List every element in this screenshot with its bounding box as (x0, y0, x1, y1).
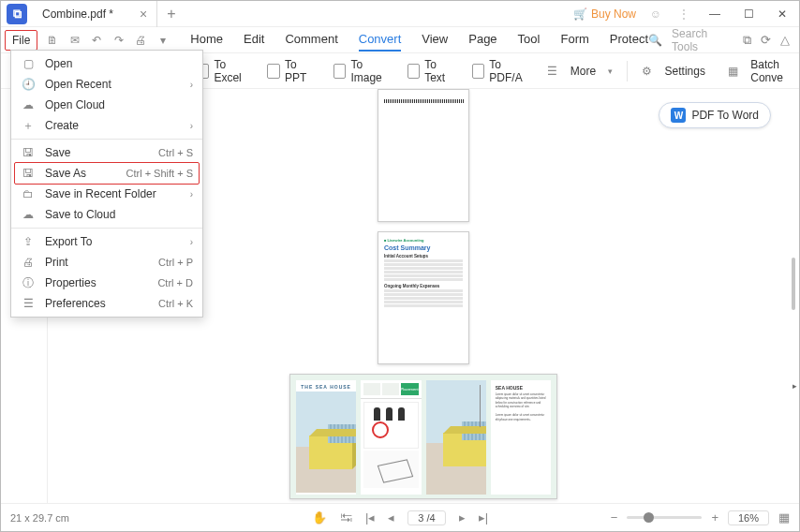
minimize-button[interactable]: — (704, 5, 726, 23)
open-icon: ▢ (21, 56, 36, 71)
collapse-ribbon-icon[interactable]: △ (780, 33, 790, 47)
thumb2-logo: ■ Livewire Accounting (384, 238, 463, 243)
print-icon: 🖨 (21, 255, 36, 270)
save-quick-icon[interactable]: 🗎 (41, 29, 64, 52)
add-tab-button[interactable]: + (157, 6, 185, 22)
first-page-icon[interactable]: |◂ (365, 510, 375, 525)
menu-print[interactable]: 🖨PrintCtrl + P (11, 252, 202, 273)
zoom-slider[interactable] (627, 516, 702, 519)
tab-edit[interactable]: Edit (244, 28, 264, 52)
tab-tool[interactable]: Tool (518, 28, 541, 52)
barcode-graphic (384, 99, 465, 103)
menu-export-to[interactable]: ⇪Export To› (11, 231, 202, 252)
undo-icon[interactable]: ↶ (85, 29, 108, 52)
tab-protect[interactable]: Protect (610, 28, 648, 52)
tab-page[interactable]: Page (468, 28, 496, 52)
menu-save-as[interactable]: 🖫Save AsCtrl + Shift + S (11, 163, 202, 184)
panel-sea-house: THE SEA HOUSE (296, 380, 356, 495)
panel-render (426, 380, 486, 495)
cart-icon: 🛒 (573, 7, 587, 21)
zoom-out-icon[interactable]: − (611, 510, 618, 525)
properties-icon: ⓘ (21, 275, 36, 290)
page-thumbnail-2[interactable]: ■ Livewire Accounting Cost Summary Initi… (378, 231, 469, 364)
tab-view[interactable]: View (422, 28, 448, 52)
tab-form[interactable]: Form (560, 28, 588, 52)
status-bar: 21 x 29.7 cm ✋ ⭾ |◂ ◂ 3 /4 ▸ ▸| − + 16% … (1, 503, 799, 531)
thumb2-section1: Initial Account Setups (384, 254, 463, 259)
prev-page-icon[interactable]: ◂ (388, 510, 394, 525)
page-thumbnail-1[interactable] (378, 89, 469, 222)
scrollbar-thumb[interactable] (792, 258, 795, 310)
cloud-sync-icon[interactable]: ⟳ (761, 33, 771, 47)
more-lines-icon: ☰ (547, 65, 557, 78)
menu-create[interactable]: ＋Create› (11, 115, 202, 136)
to-image-button[interactable]: To Image (329, 55, 393, 87)
menu-properties[interactable]: ⓘPropertiesCtrl + D (11, 273, 202, 293)
chevron-right-icon: › (190, 121, 193, 131)
chevron-down-icon: ▾ (608, 66, 613, 76)
more-button[interactable]: ☰ More ▾ (542, 62, 617, 81)
batch-icon: ▦ (728, 65, 738, 78)
settings-button[interactable]: ⚙ Settings (637, 62, 710, 81)
document-tab[interactable]: Combine.pdf * × (33, 1, 157, 27)
chevron-right-icon: › (190, 80, 193, 90)
zoom-in-icon[interactable]: + (711, 510, 719, 525)
more-icon[interactable]: ⋮ (675, 6, 692, 22)
maximize-button[interactable]: ☐ (737, 5, 760, 23)
text-icon (407, 64, 420, 79)
menu-open-recent[interactable]: 🕘Open Recent› (11, 74, 202, 95)
zoom-slider-thumb[interactable] (644, 512, 654, 523)
page-number-input[interactable]: 3 /4 (407, 510, 445, 525)
file-menu-button[interactable]: File (5, 30, 37, 51)
to-text-button[interactable]: To Text (403, 55, 458, 87)
tab-comment[interactable]: Comment (285, 28, 337, 52)
thumb2-section2: Ongoing Monthly Expenses (384, 284, 463, 288)
chevron-right-icon: › (190, 189, 193, 200)
close-tab-icon[interactable]: × (140, 7, 147, 22)
menu-divider (11, 228, 202, 229)
save-icon: 🖫 (21, 145, 36, 160)
menu-divider (11, 139, 202, 140)
next-page-icon[interactable]: ▸ (459, 510, 466, 525)
scroll-arrow-icon[interactable]: ▸ (793, 381, 797, 391)
tab-title: Combine.pdf * (42, 7, 113, 21)
separator (627, 61, 628, 81)
hand-tool-icon[interactable]: ✋ (312, 510, 327, 525)
thumb2-title: Cost Summary (384, 244, 463, 251)
to-pdfa-button[interactable]: To PDF/A (467, 55, 533, 87)
cloud-icon: ☁ (21, 97, 36, 112)
page-dimensions: 21 x 29.7 cm (10, 512, 69, 524)
open-external-icon[interactable]: ⧉ (743, 33, 751, 48)
redo-icon[interactable]: ↷ (108, 29, 130, 52)
menu-save-recent-folder[interactable]: 🗀Save in Recent Folder› (11, 184, 202, 204)
to-ppt-button[interactable]: To PPT (262, 55, 319, 87)
recent-icon: 🕘 (21, 77, 36, 92)
word-icon: W (671, 108, 686, 123)
tab-convert[interactable]: Convert (359, 28, 402, 52)
mail-quick-icon[interactable]: ✉ (64, 29, 86, 52)
fit-page-icon[interactable]: ▦ (778, 510, 790, 525)
menu-save[interactable]: 🖫SaveCtrl + S (11, 142, 202, 163)
batch-convert-button[interactable]: ▦ Batch Conve (723, 55, 790, 87)
save-as-icon: 🖫 (21, 166, 36, 181)
gear-icon: ⚙ (642, 65, 652, 78)
pdfa-icon (472, 64, 484, 79)
select-tool-icon[interactable]: ⭾ (340, 510, 352, 525)
last-page-icon[interactable]: ▸| (479, 510, 488, 525)
menu-open[interactable]: ▢Open (11, 53, 202, 74)
cloud-up-icon: ☁ (21, 207, 36, 222)
print-quick-icon[interactable]: 🖨 (129, 29, 152, 52)
panel-text: SEA HOUSE Lorem ipsum dolor sit amet con… (491, 380, 551, 495)
close-button[interactable]: ✕ (771, 5, 793, 23)
buy-now-link[interactable]: 🛒 Buy Now (573, 7, 636, 21)
user-icon[interactable]: ☺ (647, 6, 664, 22)
page-thumbnail-3[interactable]: THE SEA HOUSE Placement SEA HOUSE Lorem … (289, 374, 557, 499)
dropdown-quick-icon[interactable]: ▾ (152, 29, 174, 52)
tab-home[interactable]: Home (190, 28, 223, 52)
menu-preferences[interactable]: ☰PreferencesCtrl + K (11, 293, 202, 314)
search-tools-input[interactable]: Search Tools (672, 27, 733, 53)
menu-open-cloud[interactable]: ☁Open Cloud (11, 95, 202, 115)
pdf-to-word-button[interactable]: W PDF To Word (659, 102, 771, 128)
menu-save-cloud[interactable]: ☁Save to Cloud (11, 204, 202, 225)
zoom-level[interactable]: 16% (728, 510, 769, 525)
